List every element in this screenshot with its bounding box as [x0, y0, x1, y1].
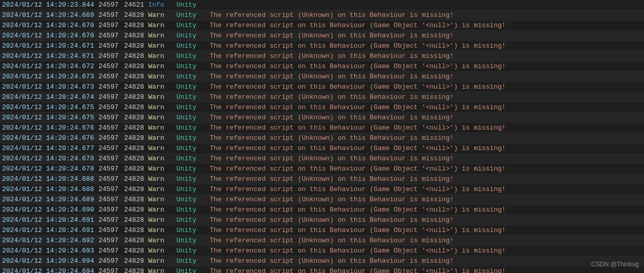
- level-cell: Warn: [146, 103, 174, 111]
- source-cell: Unity: [174, 185, 208, 193]
- tid-cell: 24828: [120, 196, 146, 203]
- message-cell: The referenced script (Unknown) on this …: [208, 52, 644, 60]
- timestamp-cell: 2024/01/12 14:20:24.688: [0, 175, 95, 183]
- pid-cell: 24597: [95, 11, 120, 19]
- pid-cell: 24597: [95, 216, 120, 224]
- timestamp-cell: 2024/01/12 14:20:24.692: [0, 237, 95, 244]
- source-cell: Unity: [174, 247, 208, 255]
- tid-cell: 24828: [120, 216, 146, 224]
- log-container: 2024/01/12 14:20:23.8442459724621InfoUni…: [0, 0, 644, 273]
- timestamp-cell: 2024/01/12 14:20:24.689: [0, 196, 95, 203]
- table-row: 2024/01/12 14:20:24.6772459724828WarnUni…: [0, 143, 644, 154]
- table-row: 2024/01/12 14:20:24.6732459724828WarnUni…: [0, 72, 644, 82]
- source-cell: Unity: [174, 237, 208, 244]
- timestamp-cell: 2024/01/12 14:20:24.670: [0, 22, 95, 29]
- message-cell: The referenced script on this Behaviour …: [208, 226, 644, 234]
- pid-cell: 24597: [95, 226, 120, 234]
- timestamp-cell: 2024/01/12 14:20:24.673: [0, 73, 95, 80]
- level-cell: Warn: [146, 144, 174, 152]
- table-row: 2024/01/12 14:20:24.6732459724828WarnUni…: [0, 82, 644, 92]
- source-cell: Unity: [174, 216, 208, 224]
- source-cell: Unity: [174, 226, 208, 234]
- source-cell: Unity: [174, 134, 208, 142]
- level-cell: Warn: [146, 165, 174, 173]
- timestamp-cell: 2024/01/12 14:20:24.694: [0, 257, 95, 265]
- message-cell: The referenced script (Unknown) on this …: [208, 134, 644, 142]
- level-cell: Warn: [146, 185, 174, 193]
- pid-cell: 24597: [95, 103, 120, 111]
- pid-cell: 24597: [95, 237, 120, 244]
- tid-cell: 24828: [120, 42, 146, 50]
- level-cell: Warn: [146, 73, 174, 80]
- table-row: 2024/01/12 14:20:24.6762459724828WarnUni…: [0, 133, 644, 143]
- timestamp-cell: 2024/01/12 14:20:24.676: [0, 134, 95, 142]
- pid-cell: 24597: [95, 134, 120, 142]
- source-cell: Unity: [174, 22, 208, 29]
- pid-cell: 24597: [95, 52, 120, 60]
- pid-cell: 24597: [95, 155, 120, 162]
- pid-cell: 24597: [95, 144, 120, 152]
- pid-cell: 24597: [95, 73, 120, 80]
- level-cell: Warn: [146, 52, 174, 60]
- message-cell: The referenced script on this Behaviour …: [208, 62, 644, 70]
- pid-cell: 24597: [95, 257, 120, 265]
- level-cell: Warn: [146, 83, 174, 91]
- source-cell: Unity: [174, 11, 208, 19]
- level-cell: Info: [146, 1, 174, 9]
- table-row: 2024/01/12 14:20:24.6742459724828WarnUni…: [0, 92, 644, 102]
- tid-cell: 24828: [120, 267, 146, 273]
- message-cell: The referenced script on this Behaviour …: [208, 22, 644, 29]
- level-cell: Warn: [146, 206, 174, 214]
- message-cell: The referenced script (Unknown) on this …: [208, 114, 644, 121]
- tid-cell: 24828: [120, 206, 146, 214]
- table-row: 2024/01/12 14:20:24.6882459724828WarnUni…: [0, 184, 644, 195]
- table-row: 2024/01/12 14:20:24.6722459724828WarnUni…: [0, 61, 644, 72]
- message-cell: The referenced script (Unknown) on this …: [208, 216, 644, 224]
- pid-cell: 24597: [95, 62, 120, 70]
- source-cell: Unity: [174, 73, 208, 80]
- message-cell: The referenced script on this Behaviour …: [208, 206, 644, 214]
- timestamp-cell: 2024/01/12 14:20:24.675: [0, 103, 95, 111]
- source-cell: Unity: [174, 62, 208, 70]
- pid-cell: 24597: [95, 83, 120, 91]
- message-cell: The referenced script on this Behaviour …: [208, 247, 644, 255]
- level-cell: Warn: [146, 257, 174, 265]
- timestamp-cell: 2024/01/12 14:20:24.693: [0, 247, 95, 255]
- source-cell: Unity: [174, 206, 208, 214]
- timestamp-cell: 2024/01/12 14:20:24.688: [0, 185, 95, 193]
- source-cell: Unity: [174, 267, 208, 273]
- source-cell: Unity: [174, 93, 208, 101]
- table-row: 2024/01/12 14:20:24.6932459724828WarnUni…: [0, 246, 644, 256]
- source-cell: Unity: [174, 114, 208, 121]
- timestamp-cell: 2024/01/12 14:20:24.676: [0, 124, 95, 132]
- tid-cell: 24828: [120, 103, 146, 111]
- table-row: 2024/01/12 14:20:24.6912459724828WarnUni…: [0, 215, 644, 225]
- source-cell: Unity: [174, 103, 208, 111]
- table-row: 2024/01/12 14:20:24.6702459724828WarnUni…: [0, 31, 644, 41]
- level-cell: Warn: [146, 11, 174, 19]
- pid-cell: 24597: [95, 124, 120, 132]
- source-cell: Unity: [174, 257, 208, 265]
- message-cell: The referenced script (Unknown) on this …: [208, 11, 644, 19]
- level-cell: Warn: [146, 247, 174, 255]
- level-cell: Warn: [146, 124, 174, 132]
- table-row: 2024/01/12 14:20:24.6892459724828WarnUni…: [0, 195, 644, 205]
- source-cell: Unity: [174, 175, 208, 183]
- message-cell: The referenced script (Unknown) on this …: [208, 73, 644, 80]
- tid-cell: 24828: [120, 144, 146, 152]
- table-row: 2024/01/12 14:20:24.6782459724828WarnUni…: [0, 154, 644, 164]
- tid-cell: 24828: [120, 257, 146, 265]
- source-cell: Unity: [174, 1, 208, 9]
- pid-cell: 24597: [95, 206, 120, 214]
- tid-cell: 24828: [120, 22, 146, 29]
- level-cell: Warn: [146, 267, 174, 273]
- message-cell: The referenced script (Unknown) on this …: [208, 155, 644, 162]
- timestamp-cell: 2024/01/12 14:20:24.671: [0, 42, 95, 50]
- tid-cell: 24828: [120, 83, 146, 91]
- source-cell: Unity: [174, 155, 208, 162]
- pid-cell: 24597: [95, 267, 120, 273]
- pid-cell: 24597: [95, 42, 120, 50]
- table-row: 2024/01/12 14:20:24.6762459724828WarnUni…: [0, 123, 644, 133]
- message-cell: The referenced script on this Behaviour …: [208, 42, 644, 50]
- message-cell: The referenced script (Unknown) on this …: [208, 93, 644, 101]
